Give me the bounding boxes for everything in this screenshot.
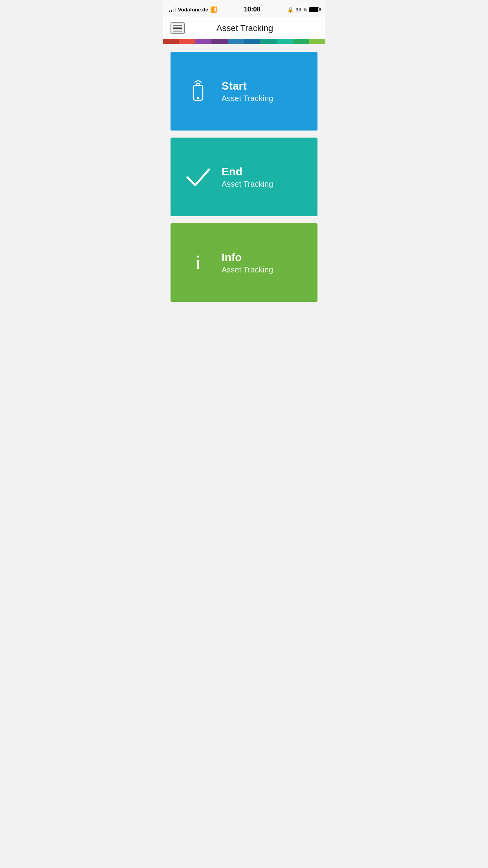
info-icon: i — [182, 252, 214, 273]
info-letter: i — [195, 252, 201, 273]
checkmark-icon — [182, 166, 214, 188]
wifi-icon: 📶 — [210, 6, 217, 13]
stripe-9 — [293, 39, 309, 44]
stripe-2 — [179, 39, 195, 44]
carrier-label: Vodafone.de — [178, 7, 208, 13]
info-title: Info — [222, 251, 273, 264]
stripe-4 — [211, 39, 227, 44]
hamburger-line-3 — [173, 31, 182, 32]
end-subtitle: Asset Tracking — [222, 180, 273, 189]
stripe-5 — [228, 39, 244, 44]
status-bar: Vodafone.de 📶 10:08 🔒 96 % — [163, 0, 325, 17]
start-subtitle: Asset Tracking — [222, 94, 273, 103]
main-content: Start Asset Tracking End Asset Tracking … — [163, 44, 325, 310]
info-subtitle: Asset Tracking — [222, 265, 273, 274]
svg-point-1 — [197, 97, 199, 99]
menu-button[interactable] — [171, 22, 185, 34]
stripe-8 — [277, 39, 293, 44]
stripe-3 — [195, 39, 211, 44]
info-card[interactable]: i Info Asset Tracking — [171, 223, 317, 302]
start-card[interactable]: Start Asset Tracking — [171, 52, 317, 131]
end-title: End — [222, 166, 273, 178]
stripe-6 — [244, 39, 260, 44]
battery-percent: 96 % — [295, 7, 307, 13]
status-left: Vodafone.de 📶 — [169, 6, 217, 13]
app-header: Asset Tracking — [163, 17, 325, 39]
start-card-text: Start Asset Tracking — [222, 80, 273, 103]
status-time: 10:08 — [244, 6, 261, 13]
stripe-10 — [309, 39, 325, 44]
page-title: Asset Tracking — [185, 23, 305, 33]
start-title: Start — [222, 80, 273, 92]
stripe-1 — [163, 39, 179, 44]
lock-icon: 🔒 — [287, 7, 294, 13]
color-stripe — [163, 39, 325, 44]
tracking-device-icon — [182, 77, 214, 105]
battery-icon — [309, 7, 319, 12]
end-card-text: End Asset Tracking — [222, 166, 273, 189]
info-card-text: Info Asset Tracking — [222, 251, 273, 274]
hamburger-line-1 — [173, 25, 182, 26]
stripe-7 — [260, 39, 276, 44]
hamburger-line-2 — [173, 28, 182, 29]
end-card[interactable]: End Asset Tracking — [171, 138, 317, 216]
signal-bars-icon — [169, 7, 176, 12]
status-right: 🔒 96 % — [287, 7, 319, 13]
